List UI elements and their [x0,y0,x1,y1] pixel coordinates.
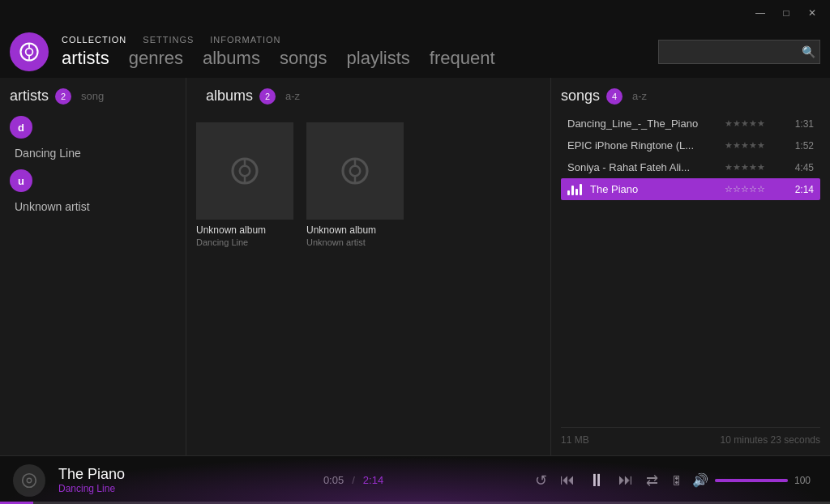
player-bar: The Piano Dancing Line 0:05 / 2:14 ↺ ⏮ ⏸… [0,455,830,504]
nav-songs[interactable]: songs [280,48,327,69]
player-album-art [13,464,45,497]
svg-point-5 [240,166,250,177]
songs-count-badge: 4 [606,88,622,105]
time-separator: / [352,474,355,486]
nav-tab-settings[interactable]: SETTINGS [143,35,194,45]
volume-icon: 🔊 [692,472,708,488]
volume-slider[interactable] [715,479,788,482]
close-button[interactable]: ✕ [801,5,824,21]
progress-section: 0:05 / 2:14 [185,474,522,486]
album-artist-0: Dancing Line [196,237,293,247]
nav-tab-information[interactable]: INFORMATION [210,35,280,45]
nav-tab-collection[interactable]: COLLECTION [62,35,126,45]
svg-point-9 [350,166,361,177]
volume-section: 🔊 100 [692,472,817,488]
albums-count-badge: 2 [259,88,276,105]
nav-artists[interactable]: artists [62,48,109,69]
artists-panel-header: artists 2 song [0,88,186,113]
song-title-2: Soniya - Rahat Fateh Ali... [567,161,718,173]
letter-avatar-d: d [10,116,32,139]
nav-bottom-items: artists genres albums songs playlists fr… [62,48,658,69]
time-total: 2:14 [363,474,383,486]
album-card-0[interactable]: Unknown album Dancing Line [196,122,293,247]
playback-controls: ↺ ⏮ ⏸ ⏭ ⇄ [535,470,658,491]
letter-avatar-u: u [10,169,32,192]
album-art-0 [196,122,293,220]
player-info: The Piano Dancing Line [58,466,172,494]
albums-panel-header: albums 2 a-z [196,88,541,113]
svg-point-1 [26,49,33,56]
artists-count-badge: 2 [55,88,71,105]
artists-panel: artists 2 song d Dancing Line u Unknown … [0,78,186,455]
song-stars-0: ★★★★★ [725,118,781,129]
song-duration-0: 1:31 [788,118,814,130]
app-logo [10,32,49,71]
song-title-1: EPIC iPhone Ringtone (L... [567,139,718,152]
albums-panel: albums 2 a-z Unknown album Dancing Line [186,78,551,455]
song-row-0[interactable]: Dancing_Line_-_The_Piano ★★★★★ 1:31 [561,113,820,135]
album-name-0: Unknown album [196,224,293,236]
prev-button[interactable]: ⏮ [560,472,575,489]
song-stars-3: ☆☆☆☆☆ [725,184,781,194]
album-art-1 [306,122,404,220]
songs-panel-title: songs [561,88,600,105]
songs-panel-header: songs 4 a-z [561,88,820,105]
song-duration-1: 1:52 [788,140,814,152]
nav-genres[interactable]: genres [129,48,183,69]
main-content: artists 2 song d Dancing Line u Unknown … [0,78,830,455]
nav-section: COLLECTION SETTINGS INFORMATION artists … [62,35,658,69]
search-icon[interactable]: 🔍 [802,45,815,58]
svg-point-13 [27,478,32,483]
nav-playlists[interactable]: playlists [347,48,410,69]
songs-panel: songs 4 a-z Dancing_Line_-_The_Piano ★★★… [551,78,830,455]
song-stars-2: ★★★★★ [725,162,781,173]
pause-button[interactable]: ⏸ [588,470,605,491]
search-input[interactable] [665,46,802,58]
top-navigation: COLLECTION SETTINGS INFORMATION artists … [0,26,830,78]
right-controls: 🎛 🔊 100 [671,472,817,488]
song-row-1[interactable]: EPIC iPhone Ringtone (L... ★★★★★ 1:52 [561,135,820,156]
repeat-button[interactable]: ↺ [535,472,547,489]
song-duration-2: 4:45 [788,162,814,173]
player-title: The Piano [58,466,172,483]
song-row-3[interactable]: The Piano ☆☆☆☆☆ 2:14 [561,178,820,200]
album-name-1: Unknown album [306,224,404,236]
equalizer-button[interactable]: 🎛 [671,474,682,487]
storage-info: 11 MB 10 minutes 23 seconds [561,427,820,446]
artists-panel-title: artists [10,88,49,105]
song-title-3: The Piano [590,183,718,195]
song-duration-3: 2:14 [788,184,814,195]
song-stars-1: ★★★★★ [725,140,781,151]
artists-sort-label[interactable]: song [81,90,104,102]
volume-fill [715,479,788,482]
time-current: 0:05 [323,474,344,486]
albums-sort-label[interactable]: a-z [285,90,300,102]
artist-item-dancing-line[interactable]: Dancing Line [10,143,176,163]
artist-group-d: d Dancing Line [0,113,186,166]
nav-frequent[interactable]: frequent [430,48,495,69]
volume-value: 100 [794,475,817,486]
nav-albums[interactable]: albums [203,48,260,69]
artist-group-u: u Unknown artist [0,166,186,220]
minimize-button[interactable]: — [749,5,772,21]
window-controls: — □ ✕ [749,5,824,21]
albums-panel-title: albums [206,88,253,105]
maximize-button[interactable]: □ [775,5,798,21]
storage-size: 11 MB [561,434,589,446]
album-card-1[interactable]: Unknown album Unknown artist [306,122,404,247]
shuffle-button[interactable]: ⇄ [646,472,658,489]
total-time: 10 minutes 23 seconds [721,434,820,446]
song-title-0: Dancing_Line_-_The_Piano [567,117,718,130]
svg-point-12 [23,473,36,487]
search-box[interactable]: 🔍 [658,40,820,64]
next-button[interactable]: ⏭ [618,472,633,489]
albums-grid: Unknown album Dancing Line Unknown album… [196,122,541,247]
songs-sort-label[interactable]: a-z [632,90,647,102]
waveform-icon [567,184,584,195]
album-artist-1: Unknown artist [306,237,404,247]
player-artist: Dancing Line [58,483,172,494]
title-bar: — □ ✕ [0,0,830,26]
song-row-2[interactable]: Soniya - Rahat Fateh Ali... ★★★★★ 4:45 [561,156,820,178]
nav-top-items: COLLECTION SETTINGS INFORMATION [62,35,658,45]
artist-item-unknown[interactable]: Unknown artist [10,197,176,216]
